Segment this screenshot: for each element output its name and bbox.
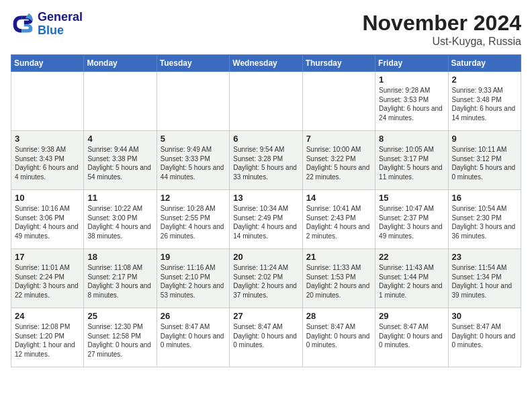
weekday-header: Friday xyxy=(375,55,448,72)
day-info: Sunrise: 11:01 AM Sunset: 2:24 PM Daylig… xyxy=(15,263,80,300)
weekday-header: Tuesday xyxy=(157,55,229,72)
calendar-week-row: 1Sunrise: 9:28 AM Sunset: 3:53 PM Daylig… xyxy=(11,72,521,131)
day-info: Sunrise: 10:41 AM Sunset: 2:43 PM Daylig… xyxy=(306,204,371,240)
calendar-cell: 13Sunrise: 10:34 AM Sunset: 2:49 PM Dayl… xyxy=(230,190,302,249)
calendar-cell xyxy=(230,72,302,131)
calendar-cell: 7Sunrise: 10:00 AM Sunset: 3:22 PM Dayli… xyxy=(302,131,375,190)
day-info: Sunrise: 10:05 AM Sunset: 3:17 PM Daylig… xyxy=(379,145,444,181)
calendar-cell: 6Sunrise: 9:54 AM Sunset: 3:28 PM Daylig… xyxy=(230,131,302,190)
day-info: Sunrise: 10:00 AM Sunset: 3:22 PM Daylig… xyxy=(306,145,371,181)
day-info: Sunrise: 9:54 AM Sunset: 3:28 PM Dayligh… xyxy=(233,145,298,181)
day-number: 22 xyxy=(379,252,444,262)
day-number: 27 xyxy=(233,311,298,321)
day-info: Sunrise: 9:33 AM Sunset: 3:48 PM Dayligh… xyxy=(452,86,517,122)
day-number: 8 xyxy=(379,134,444,144)
day-info: Sunrise: 9:49 AM Sunset: 3:33 PM Dayligh… xyxy=(161,145,226,181)
day-number: 21 xyxy=(306,252,371,262)
day-info: Sunset: 8:47 AM Daylight: 0 hours and 0 … xyxy=(379,322,444,350)
calendar-cell xyxy=(84,72,157,131)
day-number: 10 xyxy=(15,193,80,203)
day-number: 17 xyxy=(15,252,80,262)
calendar-cell: 19Sunrise: 11:16 AM Sunset: 2:10 PM Dayl… xyxy=(157,249,229,308)
day-number: 25 xyxy=(87,311,152,321)
day-number: 26 xyxy=(161,311,226,321)
logo-icon xyxy=(11,12,35,36)
day-info: Sunrise: 9:44 AM Sunset: 3:38 PM Dayligh… xyxy=(87,145,152,181)
calendar-cell: 30Sunset: 8:47 AM Daylight: 0 hours and … xyxy=(448,308,521,367)
day-info: Sunrise: 12:08 PM Sunset: 1:20 PM Daylig… xyxy=(15,322,80,359)
day-number: 30 xyxy=(452,311,517,321)
day-info: Sunrise: 10:47 AM Sunset: 2:37 PM Daylig… xyxy=(379,204,444,240)
calendar-cell: 1Sunrise: 9:28 AM Sunset: 3:53 PM Daylig… xyxy=(375,72,448,131)
day-number: 24 xyxy=(15,311,80,321)
day-info: Sunrise: 12:30 PM Sunset: 12:58 PM Dayli… xyxy=(87,322,152,359)
day-number: 20 xyxy=(233,252,298,262)
day-info: Sunset: 8:47 AM Daylight: 0 hours and 0 … xyxy=(452,322,517,350)
logo-general: General xyxy=(38,11,83,24)
day-number: 16 xyxy=(452,193,517,203)
calendar-cell: 23Sunrise: 11:54 AM Sunset: 1:34 PM Dayl… xyxy=(448,249,521,308)
weekday-header: Sunday xyxy=(11,55,84,72)
day-number: 1 xyxy=(379,75,444,85)
day-info: Sunrise: 11:54 AM Sunset: 1:34 PM Daylig… xyxy=(452,263,517,300)
day-info: Sunrise: 11:16 AM Sunset: 2:10 PM Daylig… xyxy=(161,263,226,300)
day-info: Sunrise: 10:34 AM Sunset: 2:49 PM Daylig… xyxy=(233,204,298,240)
day-info: Sunrise: 10:11 AM Sunset: 3:12 PM Daylig… xyxy=(452,145,517,181)
day-info: Sunrise: 11:08 AM Sunset: 2:17 PM Daylig… xyxy=(87,263,152,300)
calendar-cell: 3Sunrise: 9:38 AM Sunset: 3:43 PM Daylig… xyxy=(11,131,84,190)
calendar-cell: 21Sunrise: 11:33 AM Sunset: 1:53 PM Dayl… xyxy=(302,249,375,308)
day-number: 4 xyxy=(87,134,152,144)
calendar-cell: 24Sunrise: 12:08 PM Sunset: 1:20 PM Dayl… xyxy=(11,308,84,367)
day-number: 29 xyxy=(379,311,444,321)
day-number: 19 xyxy=(161,252,226,262)
logo: General Blue xyxy=(11,11,83,38)
day-info: Sunrise: 10:16 AM Sunset: 3:06 PM Daylig… xyxy=(15,204,80,240)
weekday-header: Saturday xyxy=(448,55,521,72)
day-info: Sunrise: 10:28 AM Sunset: 2:55 PM Daylig… xyxy=(161,204,226,240)
weekday-header-row: SundayMondayTuesdayWednesdayThursdayFrid… xyxy=(11,55,521,72)
day-number: 2 xyxy=(452,75,517,85)
weekday-header: Wednesday xyxy=(230,55,302,72)
logo-blue: Blue xyxy=(38,24,83,38)
calendar-cell: 25Sunrise: 12:30 PM Sunset: 12:58 PM Day… xyxy=(84,308,157,367)
day-number: 23 xyxy=(452,252,517,262)
page-header: General Blue November 2024 Ust-Kuyga, Ru… xyxy=(11,11,521,48)
calendar-cell: 5Sunrise: 9:49 AM Sunset: 3:33 PM Daylig… xyxy=(157,131,229,190)
day-info: Sunrise: 11:33 AM Sunset: 1:53 PM Daylig… xyxy=(306,263,371,300)
day-info: Sunset: 8:47 AM Daylight: 0 hours and 0 … xyxy=(306,322,371,350)
calendar-cell: 26Sunset: 8:47 AM Daylight: 0 hours and … xyxy=(157,308,229,367)
day-number: 14 xyxy=(306,193,371,203)
calendar-cell xyxy=(302,72,375,131)
calendar-cell: 2Sunrise: 9:33 AM Sunset: 3:48 PM Daylig… xyxy=(448,72,521,131)
calendar-cell: 22Sunrise: 11:43 AM Sunset: 1:44 PM Dayl… xyxy=(375,249,448,308)
location: Ust-Kuyga, Russia xyxy=(362,36,521,48)
weekday-header: Monday xyxy=(84,55,157,72)
month-title: November 2024 xyxy=(362,11,521,36)
calendar-cell: 20Sunrise: 11:24 AM Sunset: 2:02 PM Dayl… xyxy=(230,249,302,308)
calendar-cell: 11Sunrise: 10:22 AM Sunset: 3:00 PM Dayl… xyxy=(84,190,157,249)
day-number: 12 xyxy=(161,193,226,203)
calendar-cell: 28Sunset: 8:47 AM Daylight: 0 hours and … xyxy=(302,308,375,367)
calendar-cell: 16Sunrise: 10:54 AM Sunset: 2:30 PM Dayl… xyxy=(448,190,521,249)
day-info: Sunset: 8:47 AM Daylight: 0 hours and 0 … xyxy=(161,322,226,350)
calendar-cell: 8Sunrise: 10:05 AM Sunset: 3:17 PM Dayli… xyxy=(375,131,448,190)
calendar-week-row: 24Sunrise: 12:08 PM Sunset: 1:20 PM Dayl… xyxy=(11,308,521,367)
day-number: 15 xyxy=(379,193,444,203)
logo-text: General Blue xyxy=(38,11,83,38)
day-number: 13 xyxy=(233,193,298,203)
calendar-week-row: 3Sunrise: 9:38 AM Sunset: 3:43 PM Daylig… xyxy=(11,131,521,190)
day-number: 3 xyxy=(15,134,80,144)
day-info: Sunrise: 11:43 AM Sunset: 1:44 PM Daylig… xyxy=(379,263,444,300)
calendar-week-row: 17Sunrise: 11:01 AM Sunset: 2:24 PM Dayl… xyxy=(11,249,521,308)
day-number: 18 xyxy=(87,252,152,262)
day-info: Sunrise: 11:24 AM Sunset: 2:02 PM Daylig… xyxy=(233,263,298,300)
calendar-cell: 10Sunrise: 10:16 AM Sunset: 3:06 PM Dayl… xyxy=(11,190,84,249)
weekday-header: Thursday xyxy=(302,55,375,72)
calendar-cell xyxy=(11,72,84,131)
day-number: 6 xyxy=(233,134,298,144)
calendar-cell: 4Sunrise: 9:44 AM Sunset: 3:38 PM Daylig… xyxy=(84,131,157,190)
calendar-cell: 29Sunset: 8:47 AM Daylight: 0 hours and … xyxy=(375,308,448,367)
calendar-cell: 15Sunrise: 10:47 AM Sunset: 2:37 PM Dayl… xyxy=(375,190,448,249)
day-info: Sunrise: 10:22 AM Sunset: 3:00 PM Daylig… xyxy=(87,204,152,240)
calendar-cell: 12Sunrise: 10:28 AM Sunset: 2:55 PM Dayl… xyxy=(157,190,229,249)
